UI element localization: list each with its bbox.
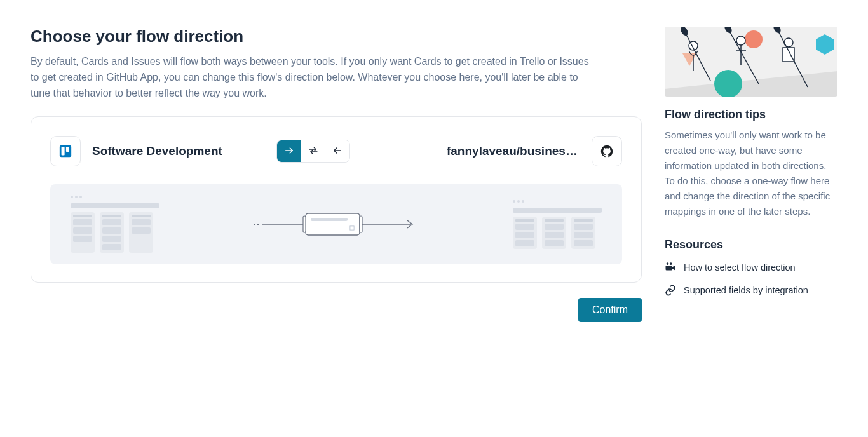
direction-both[interactable] [301,140,325,162]
svg-rect-9 [306,213,360,235]
svg-point-14 [351,227,354,230]
direction-toggle [276,140,350,163]
source-board-illustration [71,196,159,253]
svg-rect-12 [311,218,348,221]
github-icon [592,136,622,166]
svg-marker-36 [672,266,675,271]
tips-title: Flow direction tips [665,108,837,121]
target-label: fannylaveau/businessre… [447,144,580,158]
resource-video[interactable]: How to select flow direction [665,262,837,273]
svg-point-38 [670,262,672,265]
arrow-left-icon [332,145,342,158]
svg-rect-2 [66,147,69,152]
flow-illustration [50,184,622,264]
confirm-button[interactable]: Confirm [578,298,642,322]
svg-rect-32 [783,48,794,62]
arrows-both-icon [308,145,318,158]
svg-rect-10 [303,216,306,232]
resource-link[interactable]: Supported fields by integration [665,285,837,296]
resource-label: How to select flow direction [684,262,796,272]
target-board-illustration [513,200,602,249]
svg-point-37 [667,262,669,265]
flow-arrow-illustration [175,208,498,240]
link-icon [665,285,676,296]
flow-header: Software Development [50,136,622,166]
svg-rect-11 [360,216,362,232]
flow-card: Software Development [31,116,642,283]
svg-rect-35 [666,266,673,271]
tips-illustration [665,27,837,97]
direction-left[interactable] [325,140,349,162]
target-tool: fannylaveau/businessre… [447,136,622,166]
direction-right[interactable] [277,140,301,162]
page-description: By default, Cards and Issues will flow b… [31,54,590,101]
svg-point-26 [736,36,745,45]
arrow-right-icon [284,145,294,158]
page-title: Choose your flow direction [31,27,642,46]
svg-point-19 [714,70,742,97]
source-tool: Software Development [50,136,222,166]
tips-text: Sometimes you'll only want work to be cr… [665,128,837,219]
resources-title: Resources [665,238,837,252]
video-icon [665,262,676,273]
resource-label: Supported fields by integration [684,285,808,295]
source-label: Software Development [92,144,222,158]
svg-point-20 [745,30,763,48]
trello-icon [50,136,81,166]
svg-rect-1 [62,147,65,156]
